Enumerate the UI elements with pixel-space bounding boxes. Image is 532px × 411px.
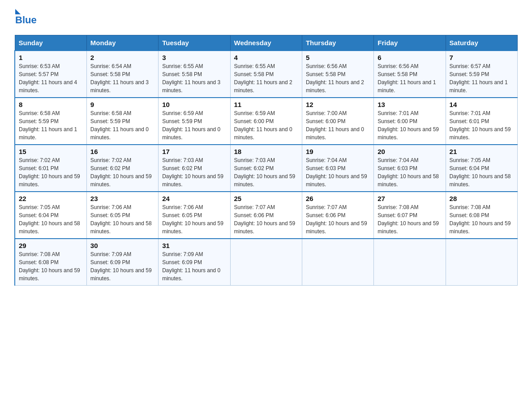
day-info: Sunrise: 7:02 AMSunset: 6:01 PMDaylight:…: [19, 156, 83, 188]
day-info: Sunrise: 7:03 AMSunset: 6:02 PMDaylight:…: [234, 156, 298, 188]
calendar-cell: [230, 239, 302, 286]
week-row-2: 8Sunrise: 6:58 AMSunset: 5:59 PMDaylight…: [15, 98, 518, 145]
calendar-cell: 14Sunrise: 7:01 AMSunset: 6:01 PMDayligh…: [446, 98, 517, 145]
week-row-4: 22Sunrise: 7:05 AMSunset: 6:04 PMDayligh…: [15, 192, 518, 239]
day-number: 15: [19, 148, 83, 155]
day-info: Sunrise: 6:59 AMSunset: 5:59 PMDaylight:…: [162, 109, 226, 141]
day-number: 9: [90, 101, 154, 108]
day-number: 31: [162, 242, 226, 249]
day-info: Sunrise: 6:57 AMSunset: 5:59 PMDaylight:…: [450, 62, 514, 94]
calendar-cell: 21Sunrise: 7:05 AMSunset: 6:04 PMDayligh…: [446, 145, 517, 192]
day-info: Sunrise: 7:03 AMSunset: 6:02 PMDaylight:…: [162, 156, 226, 188]
header-wednesday: Wednesday: [230, 35, 302, 51]
day-info: Sunrise: 6:54 AMSunset: 5:58 PMDaylight:…: [90, 62, 154, 94]
day-info: Sunrise: 7:04 AMSunset: 6:03 PMDaylight:…: [306, 156, 370, 188]
calendar-cell: 10Sunrise: 6:59 AMSunset: 5:59 PMDayligh…: [159, 98, 230, 145]
calendar-cell: 23Sunrise: 7:06 AMSunset: 6:05 PMDayligh…: [86, 192, 158, 239]
day-info: Sunrise: 6:58 AMSunset: 5:59 PMDaylight:…: [19, 109, 83, 141]
day-number: 22: [19, 195, 83, 202]
page-header: Blue: [14, 11, 518, 26]
day-number: 18: [234, 148, 298, 155]
calendar-cell: 16Sunrise: 7:02 AMSunset: 6:02 PMDayligh…: [86, 145, 158, 192]
day-number: 24: [162, 195, 226, 202]
day-number: 21: [450, 148, 514, 155]
day-info: Sunrise: 7:01 AMSunset: 6:00 PMDaylight:…: [378, 109, 442, 141]
day-info: Sunrise: 7:08 AMSunset: 6:07 PMDaylight:…: [378, 203, 442, 235]
day-info: Sunrise: 6:58 AMSunset: 5:59 PMDaylight:…: [90, 109, 154, 141]
header-sunday: Sunday: [15, 35, 86, 51]
day-number: 20: [378, 148, 442, 155]
day-number: 27: [378, 195, 442, 202]
day-info: Sunrise: 7:06 AMSunset: 6:05 PMDaylight:…: [90, 203, 154, 235]
calendar-cell: 29Sunrise: 7:08 AMSunset: 6:08 PMDayligh…: [15, 239, 86, 286]
logo-subtitle: Blue: [15, 14, 37, 26]
calendar-cell: 22Sunrise: 7:05 AMSunset: 6:04 PMDayligh…: [15, 192, 86, 239]
calendar-cell: 9Sunrise: 6:58 AMSunset: 5:59 PMDaylight…: [86, 98, 158, 145]
day-info: Sunrise: 7:02 AMSunset: 6:02 PMDaylight:…: [90, 156, 154, 188]
day-info: Sunrise: 7:09 AMSunset: 6:09 PMDaylight:…: [90, 250, 154, 283]
calendar-cell: 27Sunrise: 7:08 AMSunset: 6:07 PMDayligh…: [374, 192, 446, 239]
calendar-cell: 25Sunrise: 7:07 AMSunset: 6:06 PMDayligh…: [230, 192, 302, 239]
day-number: 19: [306, 148, 370, 155]
calendar-cell: 2Sunrise: 6:54 AMSunset: 5:58 PMDaylight…: [86, 51, 158, 98]
day-info: Sunrise: 6:56 AMSunset: 5:58 PMDaylight:…: [306, 62, 370, 94]
day-number: 29: [19, 242, 83, 249]
header-tuesday: Tuesday: [159, 35, 230, 51]
logo: Blue: [14, 11, 37, 26]
day-number: 26: [306, 195, 370, 202]
day-number: 2: [90, 54, 154, 61]
calendar-cell: 12Sunrise: 7:00 AMSunset: 6:00 PMDayligh…: [302, 98, 373, 145]
logo-text: [14, 11, 21, 14]
calendar-cell: 3Sunrise: 6:55 AMSunset: 5:58 PMDaylight…: [159, 51, 230, 98]
calendar-cell: 5Sunrise: 6:56 AMSunset: 5:58 PMDaylight…: [302, 51, 373, 98]
day-number: 3: [162, 54, 226, 61]
day-number: 4: [234, 54, 298, 61]
calendar-cell: 8Sunrise: 6:58 AMSunset: 5:59 PMDaylight…: [15, 98, 86, 145]
day-info: Sunrise: 6:59 AMSunset: 6:00 PMDaylight:…: [234, 109, 298, 141]
day-info: Sunrise: 7:05 AMSunset: 6:04 PMDaylight:…: [450, 156, 514, 188]
day-number: 7: [450, 54, 514, 61]
calendar-cell: 18Sunrise: 7:03 AMSunset: 6:02 PMDayligh…: [230, 145, 302, 192]
day-info: Sunrise: 7:06 AMSunset: 6:05 PMDaylight:…: [162, 203, 226, 235]
calendar-cell: 7Sunrise: 6:57 AMSunset: 5:59 PMDaylight…: [446, 51, 517, 98]
day-info: Sunrise: 7:01 AMSunset: 6:01 PMDaylight:…: [450, 109, 514, 141]
day-info: Sunrise: 6:55 AMSunset: 5:58 PMDaylight:…: [234, 62, 298, 94]
calendar-cell: 1Sunrise: 6:53 AMSunset: 5:57 PMDaylight…: [15, 51, 86, 98]
day-info: Sunrise: 6:56 AMSunset: 5:58 PMDaylight:…: [378, 62, 442, 94]
calendar-cell: 30Sunrise: 7:09 AMSunset: 6:09 PMDayligh…: [86, 239, 158, 286]
day-info: Sunrise: 7:00 AMSunset: 6:00 PMDaylight:…: [306, 109, 370, 141]
day-number: 11: [234, 101, 298, 108]
week-row-3: 15Sunrise: 7:02 AMSunset: 6:01 PMDayligh…: [15, 145, 518, 192]
day-number: 5: [306, 54, 370, 61]
day-number: 23: [90, 195, 154, 202]
day-number: 14: [450, 101, 514, 108]
calendar-cell: 6Sunrise: 6:56 AMSunset: 5:58 PMDaylight…: [374, 51, 446, 98]
day-info: Sunrise: 7:09 AMSunset: 6:09 PMDaylight:…: [162, 250, 226, 283]
day-number: 17: [162, 148, 226, 155]
calendar: SundayMondayTuesdayWednesdayThursdayFrid…: [14, 35, 518, 286]
calendar-cell: 20Sunrise: 7:04 AMSunset: 6:03 PMDayligh…: [374, 145, 446, 192]
calendar-cell: [374, 239, 446, 286]
calendar-cell: 24Sunrise: 7:06 AMSunset: 6:05 PMDayligh…: [159, 192, 230, 239]
day-info: Sunrise: 7:08 AMSunset: 6:08 PMDaylight:…: [19, 250, 83, 283]
header-thursday: Thursday: [302, 35, 373, 51]
day-info: Sunrise: 7:07 AMSunset: 6:06 PMDaylight:…: [306, 203, 370, 235]
day-number: 8: [19, 101, 83, 108]
day-info: Sunrise: 7:08 AMSunset: 6:08 PMDaylight:…: [450, 203, 514, 235]
day-number: 28: [450, 195, 514, 202]
calendar-cell: 26Sunrise: 7:07 AMSunset: 6:06 PMDayligh…: [302, 192, 373, 239]
calendar-header-row: SundayMondayTuesdayWednesdayThursdayFrid…: [15, 35, 518, 51]
logo-triangle-icon: [15, 9, 21, 14]
calendar-cell: 11Sunrise: 6:59 AMSunset: 6:00 PMDayligh…: [230, 98, 302, 145]
week-row-1: 1Sunrise: 6:53 AMSunset: 5:57 PMDaylight…: [15, 51, 518, 98]
calendar-cell: 19Sunrise: 7:04 AMSunset: 6:03 PMDayligh…: [302, 145, 373, 192]
day-number: 6: [378, 54, 442, 61]
calendar-cell: [302, 239, 373, 286]
day-number: 1: [19, 54, 83, 61]
day-number: 13: [378, 101, 442, 108]
calendar-cell: 31Sunrise: 7:09 AMSunset: 6:09 PMDayligh…: [159, 239, 230, 286]
calendar-cell: 15Sunrise: 7:02 AMSunset: 6:01 PMDayligh…: [15, 145, 86, 192]
day-info: Sunrise: 7:04 AMSunset: 6:03 PMDaylight:…: [378, 156, 442, 188]
day-number: 12: [306, 101, 370, 108]
calendar-cell: 17Sunrise: 7:03 AMSunset: 6:02 PMDayligh…: [159, 145, 230, 192]
